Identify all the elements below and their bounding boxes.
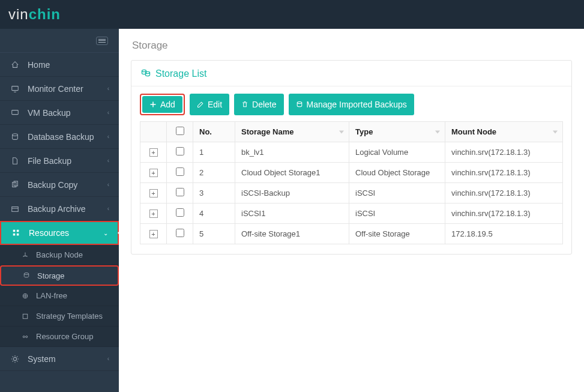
cell-no: 5	[193, 224, 235, 244]
svg-point-18	[297, 102, 302, 104]
cell-no: 3	[193, 183, 235, 204]
main-content: Storage Storage List Add	[119, 29, 584, 392]
cell-mount-node: vinchin.srv(172.18.1.3)	[445, 204, 563, 224]
file-icon	[10, 157, 20, 165]
nav-monitor-center[interactable]: Monitor Center ‹	[0, 77, 119, 101]
nav-label: System	[28, 354, 56, 364]
nav-database-backup[interactable]: Database Backup ‹	[0, 125, 119, 149]
svg-rect-0	[12, 86, 19, 90]
archive-icon	[10, 205, 20, 213]
table-row[interactable]: +4iSCSI1iSCSIvinchin.srv(172.18.1.3)	[140, 204, 563, 224]
svg-point-2	[13, 133, 18, 136]
svg-rect-6	[13, 230, 16, 232]
svg-rect-8	[13, 234, 16, 236]
cell-mount-node: vinchin.srv(172.18.1.3)	[445, 142, 563, 163]
network-icon	[22, 292, 30, 300]
table-row[interactable]: +1bk_lv1Logical Volumevinchin.srv(172.18…	[140, 142, 563, 163]
sidebar-toggle-row	[0, 29, 119, 53]
nav-home[interactable]: Home	[0, 53, 119, 77]
chevron-left-icon: ‹	[107, 205, 109, 212]
copy-icon	[10, 181, 20, 189]
delete-button[interactable]: Delete	[234, 94, 283, 115]
panel-title: Storage List	[155, 68, 206, 79]
chevron-left-icon: ‹	[107, 109, 109, 116]
table-row[interactable]: +3iSCSI-BackupiSCSIvinchin.srv(172.18.1.…	[140, 183, 563, 204]
row-checkbox[interactable]	[176, 208, 184, 217]
toolbar: Add Edit Delete Mana	[140, 94, 563, 115]
add-button[interactable]: Add	[142, 96, 182, 113]
storage-panel: Storage List Add Edit	[131, 60, 572, 255]
nav-backup-copy[interactable]: Backup Copy ‹	[0, 173, 119, 197]
cell-storage-name: iSCSI1	[235, 204, 349, 224]
nav-label: Home	[28, 60, 50, 70]
edit-icon	[197, 101, 204, 108]
col-type[interactable]: Type	[349, 122, 445, 142]
gear-icon	[10, 355, 20, 363]
table-row[interactable]: +2Cloud Object Storage1Cloud Object Stor…	[140, 163, 563, 183]
nav-label: Backup Copy	[28, 180, 77, 190]
cell-storage-name: Cloud Object Storage1	[235, 163, 349, 183]
nav-label: VM Backup	[28, 108, 71, 118]
col-select-all	[167, 122, 193, 142]
nav-label: Backup Archive	[28, 204, 86, 214]
row-checkbox[interactable]	[176, 167, 184, 176]
nav-backup-archive[interactable]: Backup Archive ‹	[0, 197, 119, 221]
edit-button[interactable]: Edit	[190, 94, 229, 115]
expand-icon[interactable]: +	[149, 230, 158, 238]
svg-point-10	[24, 273, 29, 275]
subnav-label: Strategy Templates	[36, 312, 103, 321]
svg-rect-1	[12, 110, 19, 114]
sidebar: Home Monitor Center ‹ VM Backup ‹ Databa…	[0, 29, 119, 392]
expand-icon[interactable]: +	[149, 189, 158, 198]
hamburger-icon[interactable]	[96, 37, 108, 45]
grid-icon	[11, 229, 22, 237]
subnav-backup-node[interactable]: Backup Node	[0, 245, 119, 265]
col-storage-name[interactable]: Storage Name	[235, 122, 349, 142]
storage-table: No. Storage Name Type Mount Node +1bk_lv…	[140, 121, 563, 244]
table-row[interactable]: +5Off-site Storage1Off-site Storage172.1…	[140, 224, 563, 244]
subnav-label: Resource Group	[36, 332, 93, 341]
button-label: Manage Imported Backups	[307, 100, 407, 109]
svg-rect-12	[23, 314, 28, 319]
col-mount-node[interactable]: Mount Node	[445, 122, 563, 142]
col-no[interactable]: No.	[193, 122, 235, 142]
brand-suffix: chin	[29, 6, 61, 22]
cell-mount-node: vinchin.srv(172.18.1.3)	[445, 163, 563, 183]
subnav-storage[interactable]: Storage	[0, 265, 119, 286]
chevron-left-icon: ‹	[107, 157, 109, 164]
manage-imported-backups-button[interactable]: Manage Imported Backups	[289, 94, 414, 115]
expand-icon[interactable]: +	[149, 210, 158, 218]
nav-system[interactable]: System ‹	[0, 347, 119, 371]
cell-type: iSCSI	[349, 183, 445, 204]
group-icon	[22, 333, 30, 340]
expand-icon[interactable]: +	[149, 148, 158, 157]
cell-type: Logical Volume	[349, 142, 445, 163]
cell-type: Cloud Object Storage	[349, 163, 445, 183]
nav-resources[interactable]: Resources ⌄	[0, 221, 119, 245]
cell-no: 2	[193, 163, 235, 183]
chevron-down-icon: ⌄	[103, 230, 108, 237]
row-checkbox[interactable]	[176, 188, 184, 196]
nav-file-backup[interactable]: File Backup ‹	[0, 149, 119, 173]
storage-icon	[23, 272, 31, 279]
select-all-checkbox[interactable]	[176, 127, 184, 135]
database-icon	[296, 101, 303, 108]
cell-storage-name: iSCSI-Backup	[235, 183, 349, 204]
node-icon	[22, 252, 30, 259]
cell-mount-node: 172.18.19.5	[445, 224, 563, 244]
template-icon	[22, 313, 30, 320]
button-label: Add	[160, 100, 175, 109]
panel-header: Storage List	[131, 61, 571, 86]
nav-vm-backup[interactable]: VM Backup ‹	[0, 101, 119, 125]
row-checkbox[interactable]	[176, 229, 184, 237]
row-checkbox[interactable]	[176, 147, 184, 155]
cell-type: Off-site Storage	[349, 224, 445, 244]
subnav-lan-free[interactable]: LAN-free	[0, 286, 119, 306]
subnav-resource-group[interactable]: Resource Group	[0, 327, 119, 347]
expand-icon[interactable]: +	[149, 169, 158, 177]
brand-prefix: vin	[8, 6, 29, 22]
nav-label: Database Backup	[28, 132, 94, 142]
trash-icon	[241, 101, 248, 108]
svg-rect-9	[17, 234, 19, 236]
subnav-strategy-templates[interactable]: Strategy Templates	[0, 306, 119, 327]
